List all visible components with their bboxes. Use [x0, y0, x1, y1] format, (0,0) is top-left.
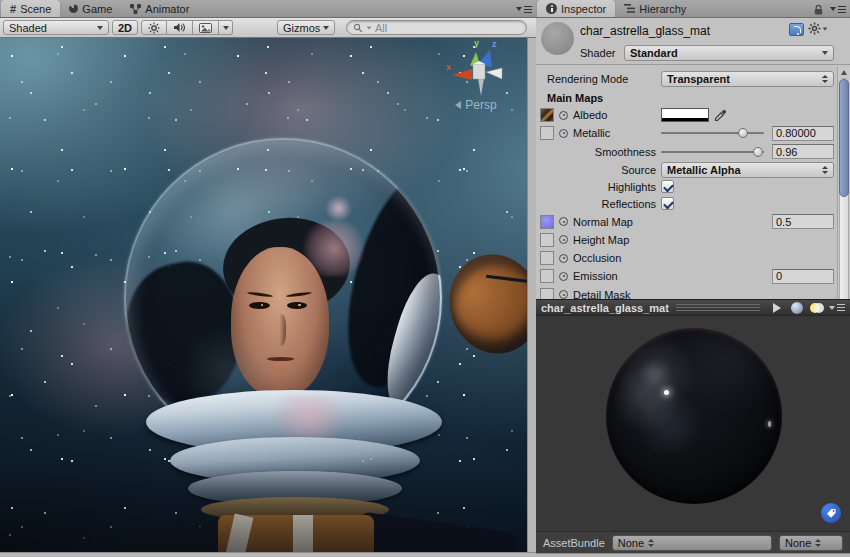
gizmo-y-label: y: [474, 38, 479, 48]
tab-hierarchy[interactable]: Hierarchy: [615, 0, 695, 17]
smoothness-value-field[interactable]: 0.96: [772, 144, 834, 159]
sphere-highlight: [664, 390, 669, 395]
reflections-checkbox[interactable]: [661, 197, 674, 210]
tab-inspector[interactable]: Inspector: [537, 0, 615, 17]
metallic-texture-thumbnail[interactable]: [540, 126, 554, 140]
preview-material-sphere[interactable]: [606, 328, 782, 504]
chevron-down-icon: [823, 27, 828, 30]
sphere-highlight-right: [768, 421, 771, 427]
preview-mesh-button[interactable]: [787, 300, 807, 315]
scene-grid-icon: #: [10, 3, 16, 15]
normal-map-texture-thumbnail[interactable]: [540, 215, 554, 229]
normal-map-label: Normal Map: [573, 216, 633, 228]
gizmo-persp-toggle[interactable]: Persp: [438, 98, 514, 112]
scene-effects-dropdown[interactable]: [219, 20, 233, 35]
detail-mask-row: Detail Mask: [540, 286, 834, 299]
scene-pane-menu-icon[interactable]: [516, 4, 532, 14]
metallic-slider[interactable]: [661, 126, 764, 140]
texture-picker-icon[interactable]: [559, 111, 568, 120]
occlusion-texture-thumbnail[interactable]: [540, 251, 554, 265]
sphere-icon: [791, 302, 803, 314]
assetbundle-variant-dropdown[interactable]: None: [779, 535, 843, 551]
shader-dropdown[interactable]: Standard: [624, 45, 834, 61]
albedo-color-swatch[interactable]: [661, 108, 709, 122]
highlights-checkbox[interactable]: [661, 180, 674, 193]
hierarchy-icon: [624, 4, 635, 13]
height-map-label: Height Map: [573, 234, 629, 246]
inspector-info-icon: [546, 3, 557, 14]
tab-scene[interactable]: # Scene: [1, 0, 60, 17]
tab-game[interactable]: Game: [60, 0, 121, 17]
shader-value: Standard: [630, 47, 822, 59]
gizmo-center-cube[interactable]: [473, 64, 485, 79]
eyedropper-icon[interactable]: [714, 109, 727, 122]
orientation-gizmo[interactable]: [440, 42, 516, 100]
height-map-texture-thumbnail[interactable]: [540, 233, 554, 247]
gizmos-label: Gizmos: [283, 22, 320, 34]
scene-viewport-row: x y z Persp: [0, 38, 536, 552]
rendering-mode-dropdown[interactable]: Transparent: [661, 71, 834, 87]
preview-drag-handle[interactable]: [676, 304, 760, 311]
tab-game-label: Game: [82, 3, 112, 15]
animator-icon: [130, 4, 141, 14]
preview-body[interactable]: [536, 316, 850, 531]
preview-play-button[interactable]: [767, 300, 787, 315]
emission-value-field[interactable]: 0: [772, 269, 834, 284]
assetbundle-tag-button[interactable]: [821, 503, 841, 523]
preview-header[interactable]: char_astrella_glass_mat: [536, 299, 850, 316]
gizmo-x-axis[interactable]: [452, 69, 472, 80]
smoothness-row: Smoothness 0.96: [540, 143, 834, 161]
2d-toggle-button[interactable]: 2D: [112, 20, 138, 35]
inspector-scrollbar[interactable]: [837, 67, 850, 299]
scene-effects-button[interactable]: [193, 20, 219, 35]
texture-picker-icon[interactable]: [559, 254, 568, 263]
scene-viewport[interactable]: x y z Persp: [0, 38, 527, 552]
help-icon[interactable]: [789, 23, 804, 36]
gear-icon[interactable]: [808, 22, 828, 35]
smoothness-slider[interactable]: [661, 145, 764, 159]
material-properties: Rendering Mode Transparent Main Maps: [536, 66, 837, 299]
gizmos-dropdown[interactable]: Gizmos: [277, 20, 335, 35]
inspector-pane-menu-icon[interactable]: [830, 4, 846, 14]
source-dropdown[interactable]: Metallic Alpha: [661, 162, 834, 178]
suit-strap: [293, 515, 313, 552]
assetbundle-name-dropdown[interactable]: None: [612, 535, 772, 551]
preview-menu-icon[interactable]: [829, 303, 845, 313]
rendering-mode-row: Rendering Mode Transparent: [540, 69, 834, 89]
metallic-value-field[interactable]: 0.80000: [772, 126, 834, 141]
scroll-thumb[interactable]: [839, 79, 849, 197]
slider-knob[interactable]: [738, 128, 748, 138]
persp-arrow-icon: [455, 101, 461, 109]
scene-lighting-button[interactable]: [141, 20, 167, 35]
lights-icon: [810, 302, 824, 314]
scene-search-input[interactable]: All: [346, 20, 527, 35]
scroll-up-arrow[interactable]: [841, 70, 847, 75]
texture-picker-icon[interactable]: [559, 129, 568, 138]
texture-picker-icon[interactable]: [559, 235, 568, 244]
height-map-row: Height Map: [540, 231, 834, 249]
shading-mode-dropdown[interactable]: Shaded: [3, 20, 109, 35]
lock-icon[interactable]: [813, 4, 824, 16]
texture-picker-icon[interactable]: [559, 290, 568, 299]
material-preview-panel: char_astrella_glass_mat: [536, 299, 850, 557]
scene-toolbar: Shaded 2D: [0, 18, 536, 38]
tab-scene-label: Scene: [20, 3, 51, 15]
slider-knob[interactable]: [753, 147, 763, 157]
detail-mask-texture-thumbnail[interactable]: [540, 288, 554, 299]
emission-texture-thumbnail[interactable]: [540, 269, 554, 283]
texture-picker-icon[interactable]: [559, 217, 568, 226]
sun-icon: [148, 22, 160, 34]
scene-pane: # Scene Game Animator: [0, 0, 536, 557]
gizmo-axis-right[interactable]: [486, 68, 502, 79]
normal-map-value-field[interactable]: 0.5: [772, 214, 834, 229]
gizmo-axis-down[interactable]: [478, 78, 484, 96]
preview-light-button[interactable]: [807, 300, 827, 315]
albedo-texture-thumbnail[interactable]: [540, 108, 554, 122]
scene-audio-button[interactable]: [167, 20, 193, 35]
play-icon: [773, 303, 781, 313]
image-icon: [199, 23, 212, 33]
rendering-mode-value: Transparent: [667, 73, 818, 85]
tab-animator[interactable]: Animator: [121, 0, 198, 17]
shader-label: Shader: [580, 47, 624, 59]
texture-picker-icon[interactable]: [559, 272, 568, 281]
